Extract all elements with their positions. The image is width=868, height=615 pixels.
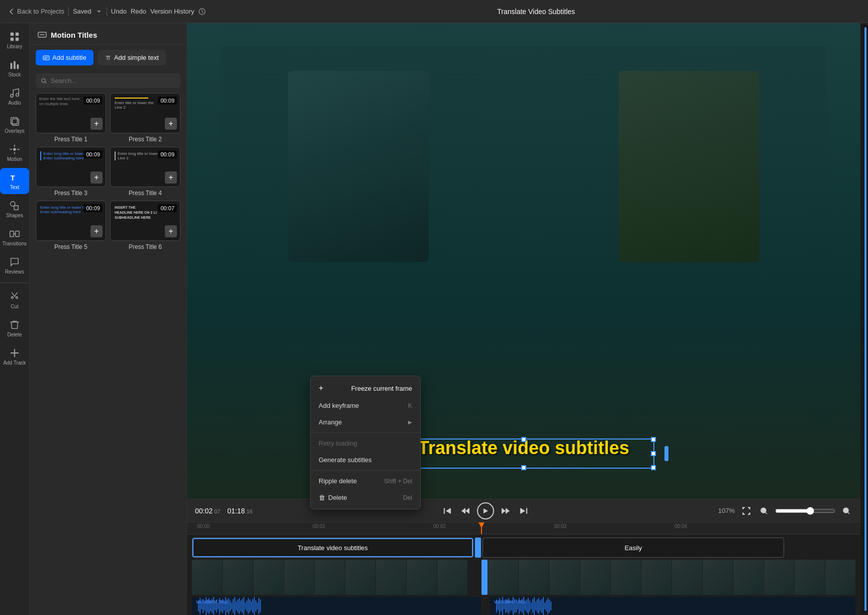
waveform-bar xyxy=(547,598,548,614)
context-menu-arrange[interactable]: Arrange xyxy=(311,414,420,430)
sidebar-item-audio[interactable]: Audio xyxy=(0,83,29,110)
saved-indicator: Saved xyxy=(73,8,91,15)
fast-forward-button[interactable] xyxy=(499,504,512,517)
context-menu-generate[interactable]: Generate subtitles xyxy=(311,452,420,468)
sidebar-item-add-track[interactable]: Add Track xyxy=(0,343,29,370)
delete-icon xyxy=(9,319,20,330)
waveform-bar xyxy=(243,597,244,615)
add-simple-text-button[interactable]: T Add simple text xyxy=(98,50,166,65)
waveform-bar xyxy=(537,599,538,612)
template-item-pt6[interactable]: INSERT THEHEADLINE HERE ON 2 LISUBHEADLI… xyxy=(110,201,180,250)
search-bar xyxy=(36,73,180,88)
waveform-bar xyxy=(549,599,550,612)
duration-badge-pt1: 00:09 xyxy=(83,97,103,105)
sidebar-item-library[interactable]: Library xyxy=(0,27,29,53)
svg-rect-27 xyxy=(526,508,527,514)
waveform-bar xyxy=(543,597,544,615)
template-thumb-pt3: Enter long title or lower theEnter subhe… xyxy=(36,147,106,187)
sidebar-item-shapes[interactable]: Shapes xyxy=(0,196,29,222)
video-divider xyxy=(481,560,488,595)
add-subtitle-button[interactable]: Add subtitle xyxy=(36,50,93,65)
sidebar-item-cut[interactable]: Cut xyxy=(0,287,29,313)
reviews-label: Reviews xyxy=(5,269,24,275)
template-thumb-pt1: Enter the title text hereon multiple lin… xyxy=(36,93,106,133)
undo-button[interactable]: Undo xyxy=(111,8,127,15)
sidebar-item-stock[interactable]: Stock xyxy=(0,55,29,81)
template-name-pt2: Press Title 2 xyxy=(129,136,162,143)
skip-start-icon xyxy=(443,506,452,515)
video-thumb xyxy=(549,560,580,595)
redo-button[interactable]: Redo xyxy=(131,8,146,15)
zoom-in-icon xyxy=(842,507,850,515)
svg-text:T: T xyxy=(106,55,109,61)
saved-dropdown-icon[interactable] xyxy=(95,8,103,15)
skip-end-button[interactable] xyxy=(517,504,530,517)
audio-icon xyxy=(9,87,20,99)
audio-label-2: voiceover.wav xyxy=(494,599,526,604)
cut-label: Cut xyxy=(11,304,19,309)
subtitle-clip-2[interactable]: Easily xyxy=(483,538,784,558)
add-template-pt1[interactable]: + xyxy=(90,118,103,130)
svg-marker-25 xyxy=(502,508,506,514)
skip-end-icon xyxy=(519,506,528,515)
context-menu-keyframe[interactable]: Add keyframe K xyxy=(311,397,420,414)
add-template-pt6[interactable]: + xyxy=(165,225,177,237)
templates-panel: Motion Titles Add subtitle T Add simple … xyxy=(30,23,187,615)
sidebar-item-motion[interactable]: Motion xyxy=(0,140,29,166)
template-item-pt5[interactable]: Enter long title or lower theEnter subhe… xyxy=(36,201,106,250)
svg-rect-4 xyxy=(16,38,19,41)
library-label: Library xyxy=(7,44,23,49)
template-item-pt1[interactable]: Enter the title text hereon multiple lin… xyxy=(36,93,106,143)
sidebar-item-overlays[interactable]: Overlays xyxy=(0,112,29,138)
tab-timings[interactable]: Timings xyxy=(865,30,866,49)
template-thumb-pt5: Enter long title or lower theEnter subhe… xyxy=(36,201,106,241)
delete-shortcut: Del xyxy=(403,494,412,501)
waveform-bar xyxy=(249,599,250,612)
add-template-pt2[interactable]: + xyxy=(165,118,177,130)
context-menu-freeze[interactable]: Freeze current frame xyxy=(311,379,420,397)
sidebar-item-reviews[interactable]: Reviews xyxy=(0,252,29,279)
back-to-projects-button[interactable]: Back to Projects xyxy=(8,8,64,15)
context-menu: Freeze current frame Add keyframe K Arra… xyxy=(310,376,421,509)
zoom-out-button[interactable] xyxy=(758,505,770,517)
svg-marker-28 xyxy=(520,508,525,514)
add-template-pt3[interactable]: + xyxy=(90,171,103,184)
zoom-in-button[interactable] xyxy=(840,505,852,517)
reviews-icon xyxy=(9,256,20,268)
topbar-divider2 xyxy=(107,7,107,16)
sidebar-item-transitions[interactable]: Transitions xyxy=(0,224,29,250)
waveform-bar xyxy=(528,598,529,614)
template-item-pt4[interactable]: Enter long title or lower theLine 2 00:0… xyxy=(110,147,180,197)
audio-track-1: voiceover.wav xyxy=(192,597,481,615)
waveform-bar xyxy=(255,600,256,611)
template-item-pt2[interactable]: Enter title or lower theLine 2 00:09 + P… xyxy=(110,93,180,143)
sidebar-item-delete[interactable]: Delete xyxy=(0,315,29,341)
video-thumb xyxy=(284,560,314,595)
add-template-pt5[interactable]: + xyxy=(90,225,103,237)
skip-start-button[interactable] xyxy=(441,504,454,517)
duration-badge-pt6: 00:07 xyxy=(158,204,177,212)
waveform-bar xyxy=(239,598,240,614)
zoom-slider[interactable] xyxy=(775,507,835,515)
waveform-bar xyxy=(550,601,551,610)
play-button[interactable] xyxy=(477,502,494,519)
topbar-left: Back to Projects Saved Undo Redo Version… xyxy=(8,7,206,16)
fullscreen-button[interactable] xyxy=(740,504,753,517)
template-item-pt3[interactable]: Enter long title or lower theEnter subhe… xyxy=(36,147,106,197)
search-input[interactable] xyxy=(51,77,175,84)
current-frames: 07 xyxy=(214,508,220,514)
context-menu-delete[interactable]: 🗑 Delete Del xyxy=(311,489,420,506)
playhead[interactable] xyxy=(481,522,482,535)
ruler-mark-3: 00:03 xyxy=(554,523,566,529)
sidebar-item-text[interactable]: T Text xyxy=(0,168,29,194)
waveform-bar xyxy=(534,597,535,615)
rewind-button[interactable] xyxy=(459,504,472,517)
add-template-pt4[interactable]: + xyxy=(165,171,177,184)
svg-marker-23 xyxy=(465,508,469,514)
templates-grid: Enter the title text hereon multiple lin… xyxy=(30,93,186,250)
svg-rect-17 xyxy=(43,56,49,60)
waveform-bar xyxy=(242,599,243,613)
version-history-button[interactable]: Version History xyxy=(150,8,194,15)
subtitle-clip-1[interactable]: Translate video subtitles xyxy=(192,538,473,558)
context-menu-ripple-delete[interactable]: Ripple delete Shift + Del xyxy=(311,473,420,489)
